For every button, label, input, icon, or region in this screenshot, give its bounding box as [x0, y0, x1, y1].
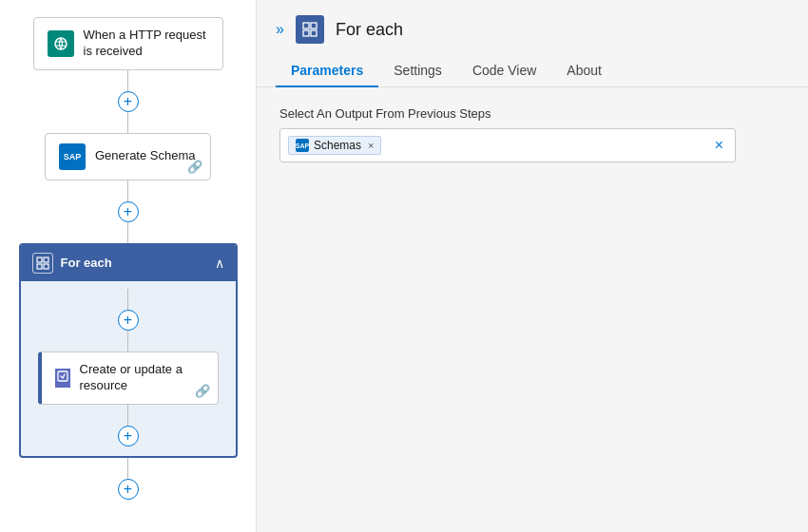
output-selector-input[interactable]: SAP Schemas × ×: [279, 128, 736, 162]
svg-rect-5: [58, 371, 67, 381]
right-content: Select An Output From Previous Steps SAP…: [257, 87, 808, 532]
add-step-btn-inner[interactable]: +: [118, 310, 139, 331]
field-label: Select An Output From Previous Steps: [279, 106, 785, 121]
panel-title-icon: [296, 15, 324, 44]
svg-rect-1: [37, 257, 42, 262]
add-step-btn-inner-bottom[interactable]: +: [118, 426, 139, 446]
conn-line: [127, 180, 129, 201]
schemas-tag[interactable]: SAP Schemas ×: [288, 136, 381, 155]
conn-line: [127, 222, 129, 243]
conn-line: [127, 331, 129, 352]
http-node-label: When a HTTP request is received: [84, 28, 209, 60]
link-icon: 🔗: [187, 160, 202, 174]
right-header: » For each: [257, 0, 808, 44]
tag-label: Schemas: [314, 139, 361, 152]
svg-rect-3: [37, 264, 42, 269]
detail-panel: » For each Parameters Settings Code View…: [257, 0, 808, 532]
connector-1: +: [118, 70, 139, 133]
svg-rect-2: [44, 257, 48, 262]
tag-remove-btn[interactable]: ×: [368, 140, 374, 151]
for-each-header[interactable]: For each ∧: [21, 245, 236, 281]
tag-sap-icon: SAP: [296, 139, 309, 152]
add-step-btn-1[interactable]: +: [118, 91, 139, 112]
svg-point-0: [55, 38, 67, 49]
svg-rect-6: [303, 23, 309, 28]
clear-input-btn[interactable]: ×: [711, 135, 727, 156]
conn-line: [127, 70, 129, 91]
inner-connector-1: +: [118, 289, 139, 352]
add-step-btn-bottom[interactable]: +: [118, 479, 139, 500]
svg-rect-8: [303, 30, 309, 36]
create-resource-label: Create or update a resource: [80, 362, 204, 394]
resource-icon: [55, 369, 70, 388]
svg-rect-4: [44, 264, 48, 269]
tab-settings[interactable]: Settings: [378, 55, 457, 87]
chevron-up-icon[interactable]: ∧: [215, 256, 224, 271]
tab-parameters[interactable]: Parameters: [276, 55, 378, 87]
svg-rect-7: [311, 23, 317, 28]
flow-canvas: When a HTTP request is received + SAP Ge…: [0, 0, 257, 532]
for-each-icon: [32, 253, 53, 274]
tabs-bar: Parameters Settings Code View About: [257, 44, 808, 87]
for-each-container[interactable]: For each ∧ +: [19, 243, 238, 458]
for-each-title: For each: [61, 256, 112, 270]
for-each-header-left: For each: [32, 253, 112, 274]
generate-schema-node[interactable]: SAP Generate Schema 🔗: [45, 133, 211, 180]
tab-about[interactable]: About: [551, 55, 617, 87]
tab-code-view[interactable]: Code View: [457, 55, 551, 87]
conn-line: [127, 112, 129, 133]
svg-rect-9: [311, 30, 317, 36]
for-each-body: + Create or update a resource 🔗: [21, 281, 236, 446]
generate-schema-label: Generate Schema: [95, 148, 196, 164]
input-left: SAP Schemas ×: [288, 136, 711, 155]
http-icon: [48, 30, 74, 57]
conn-line: [127, 405, 129, 426]
collapse-panel-btn[interactable]: »: [276, 21, 284, 38]
inner-connector-2: +: [118, 405, 139, 446]
conn-line: [127, 289, 129, 310]
link-icon-2: 🔗: [195, 384, 210, 398]
http-request-node[interactable]: When a HTTP request is received: [33, 17, 223, 70]
panel-title: For each: [336, 20, 403, 40]
conn-line: [127, 458, 129, 479]
sap-icon: SAP: [59, 143, 86, 170]
connector-bottom: +: [118, 458, 139, 500]
add-step-btn-2[interactable]: +: [118, 201, 139, 222]
create-resource-node[interactable]: Create or update a resource 🔗: [38, 352, 219, 405]
connector-2: +: [118, 180, 139, 243]
